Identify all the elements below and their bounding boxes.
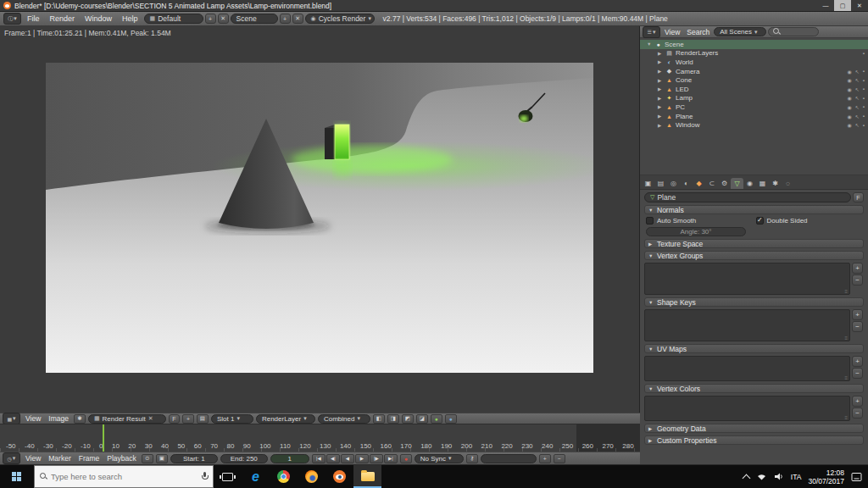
uv-maps-list[interactable] bbox=[644, 356, 850, 381]
render-pass-selector[interactable]: Combined ▾ bbox=[318, 414, 370, 424]
shape-keys-panel-header[interactable]: ▼ Shape Keys bbox=[644, 297, 864, 307]
remove-vertex-color-button[interactable]: − bbox=[852, 408, 863, 419]
outliner-item-world[interactable]: ▶ ◐ World bbox=[640, 58, 868, 67]
timeline-track[interactable]: -50-40-30-20-100102030405060708090100110… bbox=[0, 424, 640, 452]
render-engine-selector[interactable]: ◉ Cycles Render ▾ bbox=[305, 14, 375, 24]
outliner-item-window[interactable]: ▶ ▲ Window ◉↖▪ bbox=[640, 120, 868, 130]
outliner-item-led[interactable]: ▶ ▲ LED ◉↖▪ bbox=[640, 85, 868, 94]
taskbar-clock[interactable]: 12:08 30/07/2017 bbox=[808, 469, 844, 485]
delete-keyframe-icon[interactable]: − bbox=[554, 454, 565, 463]
image-datablock-selector[interactable]: ▦ Render Result ✕ bbox=[88, 414, 166, 424]
image-image-menu[interactable]: Image bbox=[46, 414, 71, 423]
help-menu[interactable]: Help bbox=[118, 14, 142, 23]
outliner-view-menu[interactable]: View bbox=[662, 28, 682, 36]
start-frame-field[interactable]: Start: 1 bbox=[170, 454, 218, 463]
use-preview-range-icon[interactable]: ⊙ bbox=[142, 454, 153, 463]
smooth-angle-slider[interactable]: Angle: 30° bbox=[646, 227, 746, 236]
outliner-item-pc[interactable]: ▶ ▲ PC ◉↖▪ bbox=[640, 103, 868, 112]
file-menu[interactable]: File bbox=[23, 14, 44, 23]
timeline-editor-type-button[interactable]: ◷▾ bbox=[3, 452, 20, 464]
keying-set-icon[interactable]: ⚷ bbox=[466, 454, 478, 463]
outliner-display-mode[interactable]: All Scenes ▾ bbox=[714, 27, 766, 36]
render-toggle-icon[interactable]: ▪ bbox=[863, 96, 865, 101]
remove-uv-map-button[interactable]: − bbox=[852, 368, 863, 379]
visibility-toggle-icon[interactable]: ◉ bbox=[848, 77, 852, 83]
tab-render-layers[interactable]: ▤ bbox=[654, 178, 667, 189]
play-button[interactable]: ▶ bbox=[355, 454, 369, 463]
microphone-icon[interactable] bbox=[202, 472, 208, 481]
selectability-toggle-icon[interactable]: ↖ bbox=[855, 104, 860, 110]
render-layer-selector[interactable]: RenderLayer ▾ bbox=[256, 414, 315, 424]
keying-set-field[interactable] bbox=[481, 454, 537, 463]
image-editor-type-button[interactable]: ▦▾ bbox=[3, 413, 20, 424]
tab-render[interactable]: ▣ bbox=[642, 178, 654, 189]
expand-icon[interactable]: ▶ bbox=[658, 123, 663, 128]
speaker-icon[interactable] bbox=[774, 472, 784, 481]
render-toggle-icon[interactable]: ▪ bbox=[863, 86, 865, 92]
expand-icon[interactable]: ▶ bbox=[658, 96, 663, 101]
fake-user-button[interactable]: F bbox=[853, 192, 864, 202]
auto-smooth-checkbox[interactable] bbox=[646, 217, 654, 225]
window-menu[interactable]: Window bbox=[81, 14, 116, 23]
vertex-colors-panel-header[interactable]: ▼ Vertex Colors bbox=[644, 384, 864, 393]
current-frame-field[interactable]: 1 bbox=[270, 454, 309, 463]
outliner-item-camera[interactable]: ▶ ◆ Camera ◉↖▪ bbox=[640, 67, 868, 76]
add-shape-key-button[interactable]: + bbox=[852, 309, 863, 320]
render-toggle-icon[interactable]: ▪ bbox=[863, 69, 865, 74]
channels-alpha-icon[interactable]: ◩ bbox=[402, 414, 414, 424]
uv-maps-panel-header[interactable]: ▼ UV Maps bbox=[644, 344, 864, 353]
geometry-data-panel-header[interactable]: ▶ Geometry Data bbox=[644, 424, 864, 433]
outliner-item-lamp[interactable]: ▶ ✦ Lamp ◉↖▪ bbox=[640, 94, 868, 103]
visibility-toggle-icon[interactable]: ◉ bbox=[848, 122, 852, 128]
current-frame-cursor[interactable] bbox=[103, 424, 104, 452]
task-view-button[interactable] bbox=[214, 465, 242, 488]
jump-to-end-button[interactable]: ▶| bbox=[384, 454, 398, 463]
visibility-toggle-icon[interactable]: ◉ bbox=[848, 95, 852, 101]
scene-selector[interactable]: Scene bbox=[231, 14, 278, 24]
tab-object-data[interactable]: ▽ bbox=[731, 178, 743, 189]
visibility-toggle-icon[interactable]: ◉ bbox=[848, 86, 852, 92]
expand-icon[interactable]: ▶ bbox=[658, 104, 663, 109]
render-toggle-icon[interactable]: ▪ bbox=[863, 51, 865, 56]
visibility-toggle-icon[interactable]: ◉ bbox=[848, 114, 852, 119]
expand-icon[interactable]: ▶ bbox=[658, 69, 663, 74]
tab-modifiers[interactable]: ⚙ bbox=[718, 178, 731, 189]
previous-keyframe-button[interactable]: ◀| bbox=[326, 454, 340, 463]
auto-keyframe-record-button[interactable]: ● bbox=[400, 454, 412, 463]
render-toggle-icon[interactable]: ▪ bbox=[863, 114, 865, 119]
expand-icon[interactable]: ▶ bbox=[658, 78, 663, 83]
selectability-toggle-icon[interactable]: ↖ bbox=[855, 95, 860, 101]
outliner-item-renderlayers[interactable]: ▶ ▤ RenderLayers ▪ bbox=[640, 49, 868, 58]
insert-keyframe-icon[interactable]: ＋ bbox=[539, 454, 551, 463]
next-keyframe-button[interactable]: |▶ bbox=[370, 454, 383, 463]
image-view-menu[interactable]: View bbox=[23, 414, 43, 423]
end-frame-field[interactable]: End: 250 bbox=[220, 454, 268, 463]
image-viewport[interactable]: Frame:1 | Time:01:25.21 | Mem:0.41M, Pea… bbox=[0, 26, 640, 413]
new-image-icon[interactable]: ＋ bbox=[182, 414, 194, 424]
minimize-button[interactable]: — bbox=[817, 0, 834, 11]
taskbar-search-input[interactable] bbox=[51, 472, 198, 481]
play-reverse-button[interactable]: ◀ bbox=[341, 454, 354, 463]
close-button[interactable]: ✕ bbox=[851, 0, 868, 11]
timeline-frame-menu[interactable]: Frame bbox=[76, 454, 103, 463]
channels-z-icon[interactable]: ◪ bbox=[416, 414, 428, 424]
show-hidden-icons-chevron[interactable] bbox=[742, 474, 750, 482]
jump-to-start-button[interactable]: |◀ bbox=[312, 454, 326, 463]
edge-taskbar-button[interactable]: e bbox=[242, 465, 270, 488]
outliner-search-menu[interactable]: Search bbox=[684, 28, 712, 36]
add-uv-map-button[interactable]: + bbox=[852, 356, 863, 367]
editor-type-button[interactable]: ⓘ▾ bbox=[3, 13, 21, 25]
add-layout-button[interactable]: + bbox=[205, 14, 216, 24]
outliner-editor-type-button[interactable]: ☰▾ bbox=[643, 26, 660, 38]
tab-physics[interactable]: ◌ bbox=[782, 178, 794, 189]
selectability-toggle-icon[interactable]: ↖ bbox=[855, 114, 860, 119]
tab-world[interactable]: ◐ bbox=[680, 178, 693, 189]
add-scene-button[interactable]: + bbox=[280, 14, 291, 24]
action-center-icon[interactable] bbox=[851, 472, 862, 482]
gpencil-icon[interactable]: ● bbox=[431, 414, 442, 424]
screen-layout-selector[interactable]: ▦ Default bbox=[144, 14, 203, 24]
selectability-toggle-icon[interactable]: ↖ bbox=[855, 122, 860, 128]
channels-rgba-icon[interactable]: ◨ bbox=[387, 414, 399, 424]
tab-material[interactable]: ◉ bbox=[743, 178, 756, 189]
double-sided-checkbox[interactable] bbox=[756, 217, 764, 225]
